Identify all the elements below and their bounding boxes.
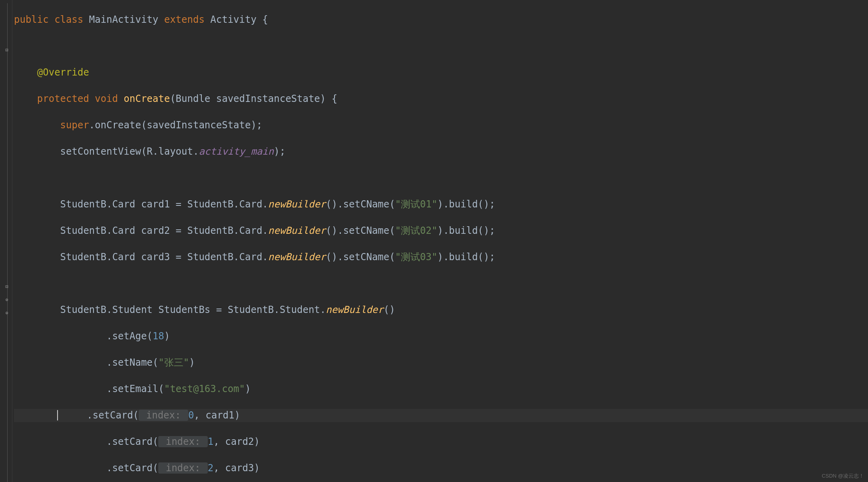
var: card1 xyxy=(141,199,170,210)
code-line[interactable] xyxy=(14,171,868,185)
params: (Bundle savedInstanceState) { xyxy=(170,93,337,104)
text: , xyxy=(213,462,225,474)
code-line[interactable]: .setCard( index: 2, card3) xyxy=(14,462,868,475)
text: , xyxy=(213,436,225,447)
code-line[interactable]: StudentB.Student StudentBs = StudentB.St… xyxy=(14,303,868,317)
string: "测试02" xyxy=(395,225,438,236)
text: = StudentB.Card. xyxy=(170,251,268,263)
call: .setCard( xyxy=(106,462,158,474)
code-line[interactable]: StudentB.Card card3 = StudentB.Card.newB… xyxy=(14,251,868,264)
keyword: protected xyxy=(37,93,89,104)
code-line[interactable]: public class MainActivity extends Activi… xyxy=(14,13,868,26)
text: ) xyxy=(245,383,251,394)
param-hint: index: xyxy=(158,462,208,474)
method-name: onCreate xyxy=(124,93,170,104)
text: = StudentB.Student. xyxy=(210,304,326,315)
watermark: CSDN @凌云志！ xyxy=(822,472,864,480)
number: 2 xyxy=(208,462,213,474)
call: setContentView(R.layout. xyxy=(60,146,199,157)
call: .setEmail( xyxy=(106,383,164,394)
type: StudentB.Card xyxy=(60,199,135,210)
call: .setCard( xyxy=(106,436,158,447)
code-line[interactable]: .setCard( index: 1, card2) xyxy=(14,435,868,448)
text: ) xyxy=(164,331,170,342)
static-field: activity_main xyxy=(199,146,274,157)
code-line[interactable]: .setEmail("test@163.com") xyxy=(14,382,868,396)
text: ); xyxy=(274,146,285,157)
code-line[interactable]: StudentB.Card card2 = StudentB.Card.newB… xyxy=(14,224,868,237)
fold-expand-icon[interactable]: ⊕ xyxy=(4,297,10,303)
arg: card1 xyxy=(205,410,234,421)
call: .setName( xyxy=(106,357,158,368)
keyword: extends xyxy=(164,14,205,25)
text: ).build(); xyxy=(437,251,495,263)
type: StudentB.Card xyxy=(60,225,135,236)
fold-collapse-icon[interactable]: ⊟ xyxy=(4,47,10,53)
code-line[interactable]: setContentView(R.layout.activity_main); xyxy=(14,145,868,158)
string: "测试03" xyxy=(395,251,438,263)
number: 1 xyxy=(208,436,213,447)
keyword: void xyxy=(95,93,118,104)
text: = StudentB.Card. xyxy=(170,199,268,210)
string: "test@163.com" xyxy=(164,383,245,394)
string: "张三" xyxy=(158,357,189,368)
gutter: ⊟ ⊟ ⊕ ⊕ xyxy=(0,0,12,482)
text: ) xyxy=(235,410,240,421)
class-name: Activity xyxy=(210,14,257,25)
annotation: @Override xyxy=(37,67,89,78)
text: () xyxy=(384,304,395,315)
keyword: public xyxy=(14,14,49,25)
keyword: class xyxy=(54,14,83,25)
code-line[interactable]: @Override xyxy=(14,66,868,79)
param-hint: index: xyxy=(139,410,188,421)
number: 18 xyxy=(153,331,164,342)
static-method: newBuilder xyxy=(268,225,326,236)
text: ().setCName( xyxy=(326,199,395,210)
static-method: newBuilder xyxy=(268,251,326,263)
var: StudentBs xyxy=(158,304,210,315)
string: "测试01" xyxy=(395,199,438,210)
code-area[interactable]: public class MainActivity extends Activi… xyxy=(12,0,868,482)
fold-expand-icon[interactable]: ⊕ xyxy=(4,310,10,316)
text: = StudentB.Card. xyxy=(170,225,268,236)
keyword: super xyxy=(60,120,89,131)
call: .setAge( xyxy=(106,331,153,342)
code-line-active[interactable]: .setCard( index: 0, card1) xyxy=(14,409,868,422)
code-editor[interactable]: ⊟ ⊟ ⊕ ⊕ public class MainActivity extend… xyxy=(0,0,868,482)
var: card3 xyxy=(141,251,170,263)
text: ).build(); xyxy=(437,225,495,236)
param-hint: index: xyxy=(158,436,208,447)
code-line[interactable]: .setName("张三") xyxy=(14,356,868,369)
call: .setCard( xyxy=(87,410,139,421)
code-line[interactable] xyxy=(14,40,868,53)
text: ).build(); xyxy=(437,199,495,210)
number: 0 xyxy=(188,410,194,421)
code-line[interactable]: super.onCreate(savedInstanceState); xyxy=(14,119,868,132)
arg: card3 xyxy=(225,462,254,474)
text: ().setCName( xyxy=(326,251,395,263)
text: ) xyxy=(254,462,259,474)
text: , xyxy=(194,410,205,421)
brace: { xyxy=(262,14,268,25)
text: .onCreate(savedInstanceState); xyxy=(89,120,262,131)
code-line[interactable]: .setAge(18) xyxy=(14,330,868,343)
text: ().setCName( xyxy=(326,225,395,236)
code-line[interactable]: protected void onCreate(Bundle savedInst… xyxy=(14,92,868,106)
class-name: MainActivity xyxy=(89,14,158,25)
fold-collapse-icon[interactable]: ⊟ xyxy=(4,284,10,289)
code-line[interactable]: StudentB.Card card1 = StudentB.Card.newB… xyxy=(14,198,868,211)
var: card2 xyxy=(141,225,170,236)
type: StudentB.Student xyxy=(60,304,153,315)
caret xyxy=(57,410,58,420)
text: ) xyxy=(254,436,259,447)
code-line[interactable] xyxy=(14,277,868,290)
type: StudentB.Card xyxy=(60,251,135,263)
text: ) xyxy=(189,357,195,368)
static-method: newBuilder xyxy=(268,199,326,210)
static-method: newBuilder xyxy=(326,304,384,315)
arg: card2 xyxy=(225,436,254,447)
